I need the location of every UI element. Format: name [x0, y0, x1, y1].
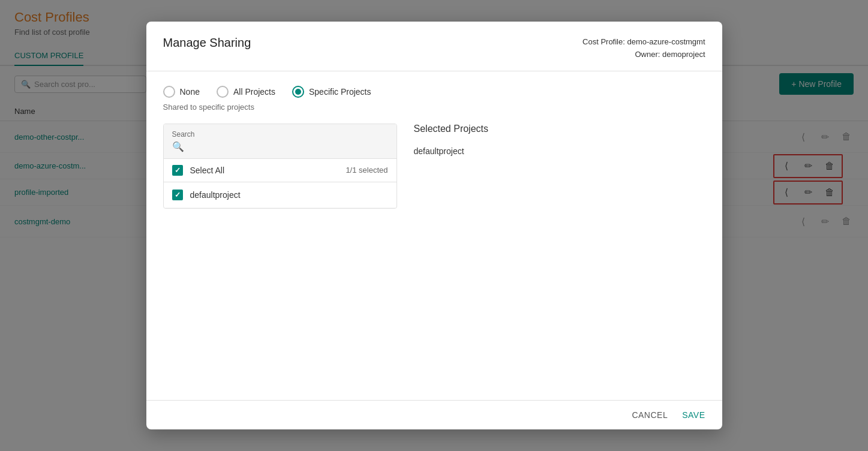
- sharing-subtitle: Shared to specific projects: [163, 103, 705, 112]
- cancel-button[interactable]: CANCEL: [632, 410, 668, 420]
- modal-title: Manage Sharing: [163, 36, 251, 50]
- modal-overlay: Manage Sharing Cost Profile: demo-azure-…: [0, 0, 868, 451]
- radio-group: None All Projects Specific Projects: [163, 86, 705, 98]
- selected-projects-title: Selected Projects: [414, 124, 705, 134]
- cost-profile-label: Cost Profile: demo-azure-costmgmt: [582, 36, 705, 49]
- radio-none-circle: [163, 86, 175, 98]
- project-list-panel: Search 🔍 Select All 1/1 selected: [163, 124, 397, 209]
- modal-meta: Cost Profile: demo-azure-costmgmt Owner:…: [582, 36, 705, 61]
- selected-projects-panel: Selected Projects defaultproject: [414, 124, 705, 209]
- modal-footer: CANCEL SAVE: [146, 400, 722, 429]
- select-all-checkbox[interactable]: [172, 165, 183, 176]
- search-icon: 🔍: [172, 141, 184, 152]
- radio-specific-projects-circle: [292, 86, 304, 98]
- owner-label: Owner: demoproject: [582, 49, 705, 61]
- radio-none-label: None: [180, 87, 200, 97]
- project-checkbox[interactable]: [172, 190, 183, 200]
- project-row[interactable]: defaultproject: [164, 182, 397, 208]
- select-all-row[interactable]: Select All 1/1 selected: [164, 159, 397, 182]
- radio-all-projects-label: All Projects: [233, 87, 275, 97]
- search-area: Search 🔍: [164, 124, 397, 159]
- modal-header: Manage Sharing Cost Profile: demo-azure-…: [146, 22, 722, 71]
- radio-all-projects[interactable]: All Projects: [217, 86, 275, 98]
- selected-project-item: defaultproject: [414, 144, 705, 158]
- radio-none[interactable]: None: [163, 86, 200, 98]
- search-input-row: 🔍: [172, 141, 388, 152]
- content-area: Search 🔍 Select All 1/1 selected: [163, 124, 705, 209]
- select-all-label: Select All: [190, 166, 339, 175]
- project-name: defaultproject: [190, 190, 241, 200]
- save-button[interactable]: SAVE: [682, 410, 705, 420]
- radio-all-projects-circle: [217, 86, 229, 98]
- search-input[interactable]: [189, 142, 388, 151]
- search-label: Search: [172, 130, 388, 139]
- radio-specific-projects[interactable]: Specific Projects: [292, 86, 371, 98]
- select-count: 1/1 selected: [346, 166, 388, 175]
- modal-body: None All Projects Specific Projects Shar…: [146, 71, 722, 400]
- manage-sharing-modal: Manage Sharing Cost Profile: demo-azure-…: [146, 22, 722, 429]
- radio-specific-projects-label: Specific Projects: [309, 87, 371, 97]
